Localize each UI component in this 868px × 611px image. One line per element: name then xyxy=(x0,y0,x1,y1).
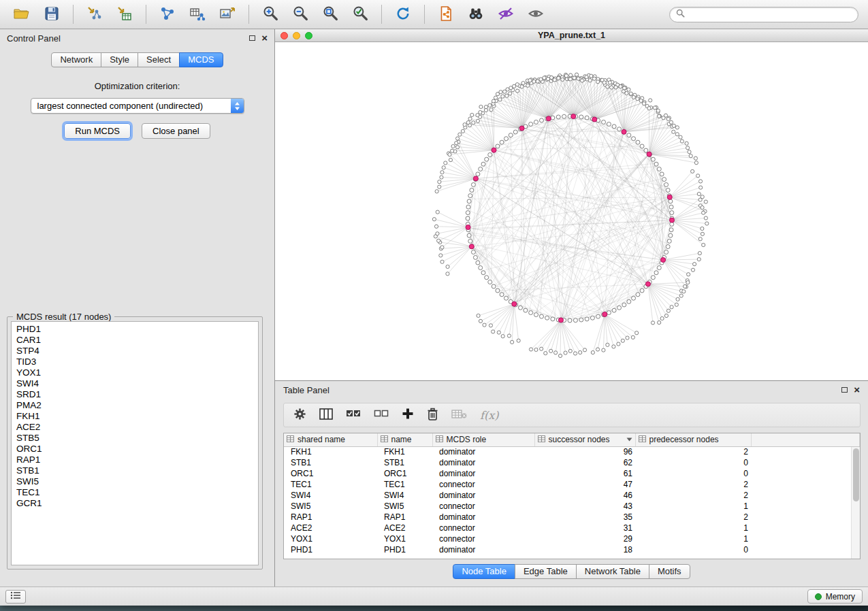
memory-button[interactable]: Memory xyxy=(807,589,863,604)
mcds-node-item[interactable]: SRD1 xyxy=(12,389,258,400)
refresh-layout-button[interactable] xyxy=(391,3,415,26)
save-session-button[interactable] xyxy=(39,3,64,26)
table-row[interactable]: FKH1FKH1dominator962 xyxy=(284,446,860,457)
close-panel-button[interactable]: Close panel xyxy=(142,123,210,139)
mcds-node-item[interactable]: STB5 xyxy=(12,433,258,444)
node-table-body: FKH1FKH1dominator962STB1STB1dominator620… xyxy=(284,446,860,555)
column-header-predecessor-nodes[interactable]: predecessor nodes xyxy=(635,433,751,446)
mcds-node-item[interactable]: TEC1 xyxy=(12,487,258,498)
mcds-node-item[interactable]: RAP1 xyxy=(12,455,258,465)
panel-menu-button[interactable] xyxy=(5,590,26,604)
show-columns-button[interactable] xyxy=(319,408,333,423)
cell-successors: 18 xyxy=(534,544,635,555)
refresh-icon xyxy=(394,5,412,24)
open-session-button[interactable] xyxy=(10,3,34,26)
show-all-button[interactable] xyxy=(524,3,548,26)
tab-select[interactable]: Select xyxy=(138,52,180,67)
close-window-icon[interactable] xyxy=(280,32,288,39)
zoom-out-button[interactable] xyxy=(288,3,312,26)
mcds-node-item[interactable]: SWI4 xyxy=(12,378,258,389)
mcds-node-item[interactable]: SWI5 xyxy=(12,476,258,487)
network-from-table-button[interactable] xyxy=(185,3,210,26)
function-builder-button[interactable]: f(x) xyxy=(480,409,498,422)
zoom-in-button[interactable] xyxy=(258,3,283,26)
hide-selected-button[interactable] xyxy=(494,3,518,26)
select-all-button[interactable] xyxy=(346,408,361,422)
mcds-node-item[interactable]: STB1 xyxy=(12,465,258,476)
export-image-button[interactable] xyxy=(215,3,240,26)
float-table-panel-icon[interactable] xyxy=(841,387,848,393)
column-header-shared-name[interactable]: shared name xyxy=(284,433,377,446)
cell-shared-name: TEC1 xyxy=(284,479,377,490)
mcds-node-item[interactable]: ORC1 xyxy=(12,444,258,455)
find-button[interactable] xyxy=(464,3,488,26)
table-options-button[interactable] xyxy=(293,408,306,423)
tab-network-table[interactable]: Network Table xyxy=(576,564,649,579)
tab-network[interactable]: Network xyxy=(51,52,101,67)
optimization-criterion-label: Optimization criterion: xyxy=(0,81,274,91)
search-box[interactable] xyxy=(669,7,858,22)
tab-mcds[interactable]: MCDS xyxy=(179,52,223,67)
table-row[interactable]: SWI4SWI4dominator462 xyxy=(284,490,860,501)
network-table-icon xyxy=(189,5,206,24)
mcds-node-item[interactable]: GCR1 xyxy=(12,498,258,509)
mcds-node-item[interactable]: YOX1 xyxy=(12,367,258,378)
table-row[interactable]: SWI5SWI5connector431 xyxy=(284,501,860,512)
scrollbar-thumb[interactable] xyxy=(853,448,859,501)
cell-name: ACE2 xyxy=(377,523,432,533)
new-network-button[interactable] xyxy=(155,3,180,26)
mcds-node-item[interactable]: CAR1 xyxy=(12,335,258,346)
mcds-node-item[interactable]: TID3 xyxy=(12,357,258,367)
close-table-panel-icon[interactable]: × xyxy=(854,386,860,393)
network-window-titlebar[interactable]: YPA_prune.txt_1 xyxy=(275,29,868,42)
maximize-window-icon[interactable] xyxy=(305,32,312,39)
column-header-mcds-role[interactable]: MCDS role xyxy=(432,433,534,446)
mcds-node-item[interactable]: STP4 xyxy=(12,346,258,357)
network-graph[interactable] xyxy=(275,42,867,380)
table-scrollbar[interactable] xyxy=(851,447,860,559)
network-canvas[interactable] xyxy=(275,42,868,380)
clone-network-button[interactable] xyxy=(434,3,458,26)
save-floppy-icon xyxy=(44,5,60,24)
mcds-result-list[interactable]: PHD1CAR1STP4TID3YOX1SWI4SRD1PMA2FKH1ACE2… xyxy=(11,321,259,565)
table-row[interactable]: STB1STB1dominator620 xyxy=(284,457,860,468)
run-mcds-button[interactable]: Run MCDS xyxy=(64,123,131,139)
mcds-node-item[interactable]: PHD1 xyxy=(12,324,258,335)
table-row[interactable]: PHD1PHD1dominator180 xyxy=(284,544,860,555)
close-panel-icon[interactable]: × xyxy=(261,35,268,42)
criterion-dropdown[interactable]: largest connected component (undirected) xyxy=(31,98,244,114)
table-row[interactable]: ORC1ORC1dominator610 xyxy=(284,468,860,479)
mcds-node-item[interactable]: FKH1 xyxy=(12,411,258,422)
memory-label: Memory xyxy=(826,592,855,601)
mcds-node-item[interactable]: ACE2 xyxy=(12,422,258,433)
table-row[interactable]: YOX1YOX1connector291 xyxy=(284,533,860,544)
tab-edge-table[interactable]: Edge Table xyxy=(515,564,577,579)
float-panel-icon[interactable] xyxy=(249,35,255,41)
minimize-window-icon[interactable] xyxy=(293,32,300,39)
delete-column-button[interactable] xyxy=(427,408,438,423)
tab-style[interactable]: Style xyxy=(101,52,138,67)
tab-node-table[interactable]: Node Table xyxy=(453,564,515,579)
network-view-window: YPA_prune.txt_1 xyxy=(275,29,868,381)
trash-icon xyxy=(427,408,438,423)
import-table-button[interactable] xyxy=(112,3,137,26)
import-network-button[interactable] xyxy=(82,3,107,26)
new-column-button[interactable] xyxy=(402,408,414,423)
list-menu-icon xyxy=(10,591,21,601)
search-input[interactable] xyxy=(689,10,852,19)
cell-shared-name: FKH1 xyxy=(284,446,377,457)
table-row[interactable]: ACE2ACE2connector311 xyxy=(284,523,860,533)
column-header-name[interactable]: name xyxy=(377,433,432,446)
cell-name: ORC1 xyxy=(377,468,432,479)
tab-motifs[interactable]: Motifs xyxy=(649,564,690,579)
zoom-fit-button[interactable] xyxy=(318,3,342,26)
mcds-node-item[interactable]: PMA2 xyxy=(12,400,258,411)
column-header-successor-nodes[interactable]: successor nodes xyxy=(534,433,635,446)
node-table-container[interactable]: shared name name MCDS role successor nod… xyxy=(283,433,861,559)
cell-successors: 96 xyxy=(534,446,635,457)
table-row[interactable]: RAP1RAP1dominator352 xyxy=(284,512,860,523)
deselect-all-button[interactable] xyxy=(374,408,389,422)
table-row[interactable]: TEC1TEC1connector472 xyxy=(284,479,860,490)
zoom-fit-icon xyxy=(321,5,340,24)
zoom-selected-button[interactable] xyxy=(348,3,372,26)
